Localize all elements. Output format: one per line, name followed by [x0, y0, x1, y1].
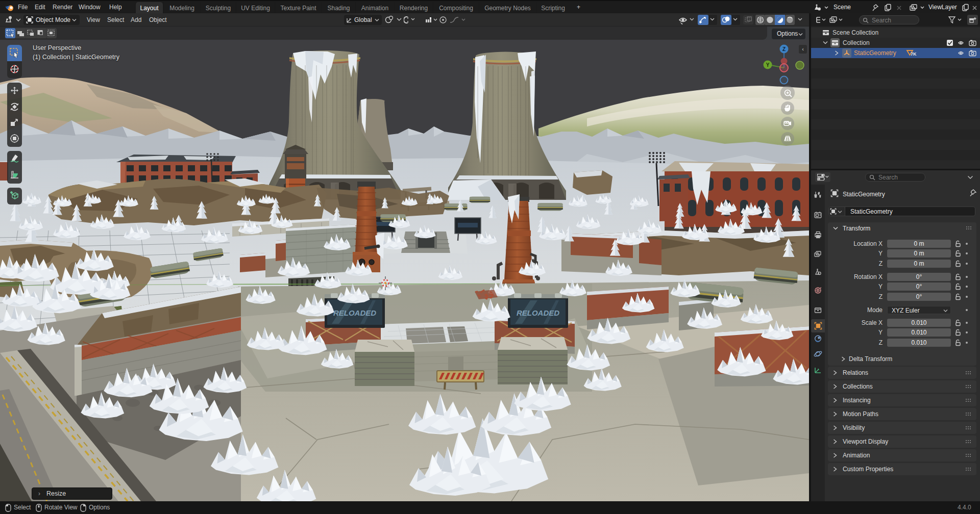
- svg-text:Z: Z: [782, 46, 786, 52]
- svg-text:7K: 7K: [911, 52, 917, 57]
- svg-text:Y: Y: [766, 62, 770, 68]
- svg-text:RELOADED: RELOADED: [517, 309, 559, 317]
- svg-text:RELOADED: RELOADED: [333, 309, 376, 317]
